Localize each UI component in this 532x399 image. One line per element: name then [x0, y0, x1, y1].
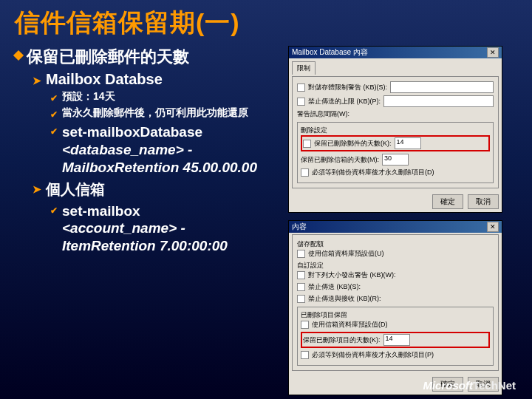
tab-limits[interactable]: 限制: [292, 61, 316, 75]
dialog-title: 內容: [292, 222, 307, 232]
checkbox[interactable]: [297, 98, 305, 106]
checkbox[interactable]: [297, 283, 305, 291]
checkbox[interactable]: [297, 295, 305, 303]
label: 禁止傳送 (KB)(S):: [308, 282, 361, 292]
text-input[interactable]: 30: [382, 154, 409, 166]
text-input[interactable]: [383, 95, 494, 107]
chevron-bullet-icon: ➤: [33, 183, 41, 195]
chevron-bullet-icon: ➤: [33, 75, 41, 86]
slide-text-content: 保留已刪除郵件的天數 ➤ Mailbox Databse ✔ 預設：14天 ✔ …: [15, 46, 281, 395]
label: 禁止傳送與接收 (KB)(R):: [308, 294, 381, 304]
ok-button[interactable]: 確定: [432, 194, 463, 209]
label: 保留已刪除信箱的天數(M):: [301, 155, 379, 165]
diamond-bullet-icon: [13, 50, 24, 61]
checkbox[interactable]: [301, 168, 309, 177]
retention-days-input[interactable]: 14: [395, 137, 421, 149]
label: 禁止傳送的上限 (KB)(P):: [308, 97, 381, 106]
check-bullet-icon: ✔: [50, 92, 58, 104]
label: 使用信箱資料庫預設值(U): [308, 249, 384, 259]
fieldset-label: 刪除設定: [301, 126, 327, 134]
level3-item: 當永久刪除郵件後，仍可利用此功能還原: [62, 106, 248, 120]
dialog-window-2: 內容 ✕ 儲存配額 使用信箱資料庫預設值(U) 自訂設定 對下列大小發出警告 (…: [288, 220, 502, 395]
level3-command: set-mailbox <account_name> - ItemRetenti…: [62, 202, 281, 255]
label: 保留已刪除項目的天數(K):: [303, 335, 381, 345]
section-label: 儲存配額: [297, 239, 494, 249]
label: 警告訊息間隔(W):: [297, 109, 349, 119]
check-bullet-icon: ✔: [50, 126, 58, 137]
checkbox[interactable]: [303, 140, 311, 148]
close-icon[interactable]: ✕: [487, 47, 499, 58]
label: 必須等到備份資料庫後才永久刪除項目(D): [312, 168, 434, 177]
label: 對下列大小發出警告 (KB)(W):: [308, 270, 396, 280]
check-bullet-icon: ✔: [50, 205, 58, 216]
label: 對儲存體限制警告 (KB)(S):: [308, 83, 387, 92]
dialog-window-1: Mailbox Database 內容 ✕ 限制 對儲存體限制警告 (KB)(S…: [288, 46, 502, 213]
level3-item: 預設：14天: [62, 89, 115, 103]
retention-days-input[interactable]: 14: [383, 334, 410, 346]
level2-item: 個人信箱: [46, 180, 105, 200]
checkbox[interactable]: [297, 83, 305, 92]
checkbox[interactable]: [301, 351, 309, 359]
technet-text: TechNet: [473, 379, 516, 392]
label: 使用信箱資料庫預設值(D): [312, 320, 388, 330]
slide-title: 信件信箱保留期(一): [15, 6, 517, 40]
cancel-button[interactable]: 取消: [468, 194, 499, 209]
microsoft-text: Microsoft: [423, 379, 473, 392]
check-bullet-icon: ✔: [50, 109, 58, 120]
checkbox[interactable]: [297, 250, 305, 258]
label: 自訂設定: [297, 261, 494, 270]
dialog-title: Mailbox Database 內容: [292, 47, 368, 58]
close-icon[interactable]: ✕: [487, 222, 499, 232]
label: 必須等到備份資料庫後才永久刪除項目(P): [312, 350, 434, 360]
level1-heading: 保留已刪除郵件的天數: [27, 46, 189, 68]
fieldset-label: 已刪除項目保留: [301, 311, 347, 318]
level2-item: Mailbox Databse: [46, 71, 163, 88]
checkbox[interactable]: [301, 321, 309, 329]
text-input[interactable]: [390, 81, 494, 93]
level3-command: set-mailboxDatabase <database_name> - Ma…: [62, 123, 281, 176]
label: 保留已刪除郵件的天數(K):: [314, 139, 392, 149]
checkbox[interactable]: [297, 271, 305, 279]
footer-logo: MicrosoftTechNet: [423, 379, 516, 392]
